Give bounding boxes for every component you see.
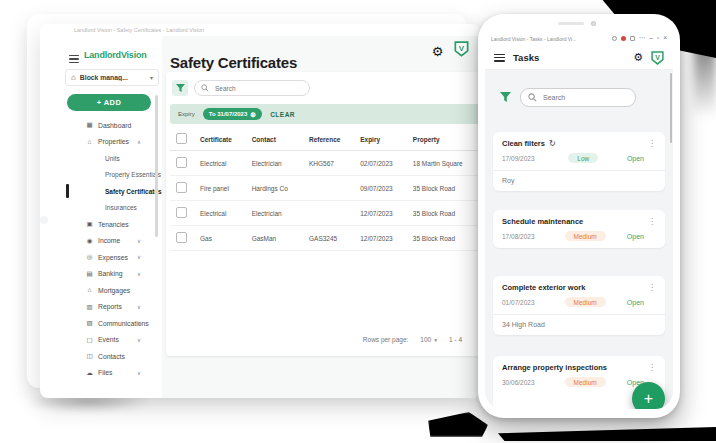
priority-badge: Medium (565, 297, 606, 307)
browser-extension-icon[interactable] (621, 36, 626, 41)
settings-gear-icon[interactable]: ⚙ (633, 52, 643, 63)
column-header: Contact (248, 128, 305, 151)
landlordvision-shield-icon[interactable]: V (454, 41, 469, 57)
contacts-icon: ◫ (85, 353, 94, 360)
calendar-icon: ▢ (85, 337, 94, 344)
kebab-menu-icon[interactable]: ⋮ (648, 364, 656, 372)
menu-icon[interactable] (69, 55, 79, 63)
task-title: Arrange property inspections (502, 363, 607, 372)
active-filter-bar: Expiry To 31/07/2023 ⊗ CLEAR (170, 104, 480, 124)
add-button[interactable]: + ADD (67, 94, 151, 111)
table-row[interactable]: Electrical Electrician KHG567 02/07/2023… (170, 151, 480, 176)
task-date: 01/07/2023 (502, 299, 554, 306)
bank-icon: ▤ (85, 271, 94, 278)
divider (493, 314, 665, 315)
sidebar-nav: ▦ Dashboard ⌂ Properties ∧ Units Propert… (40, 117, 162, 381)
phone-camera (591, 21, 596, 26)
filter-funnel-icon[interactable] (172, 80, 188, 96)
landlordvision-shield-icon[interactable]: V (651, 51, 664, 65)
sidebar-item-reports[interactable]: ▥ Reports ∨ (40, 299, 162, 316)
column-header: Certificate (196, 128, 248, 151)
table-row[interactable]: Fire panel Hardings Co 09/07/2023 35 Blo… (170, 176, 480, 201)
kebab-menu-icon[interactable]: ⋮ (648, 140, 656, 148)
sidebar-item-property-essentials[interactable]: Property Essentials (40, 167, 162, 184)
browser-extension-icon[interactable] (612, 36, 617, 41)
sidebar-item-files[interactable]: ☁ Files ∨ (40, 365, 162, 382)
sidebar-item-expenses[interactable]: ◎ Expenses ∨ (40, 249, 162, 266)
task-title: Complete exterior work (502, 283, 585, 292)
rows-per-page-select[interactable]: 100 ▾ (420, 336, 437, 343)
sidebar-item-units[interactable]: Units (40, 150, 162, 167)
filter-funnel-icon[interactable] (500, 92, 511, 103)
task-card[interactable]: Clean filters ↻ ⋮ 17/09/2023 Low Open Ro… (493, 132, 665, 191)
task-card[interactable]: Complete exterior work ⋮ 01/07/2023 Medi… (493, 276, 665, 335)
expiry-filter-chip[interactable]: To 31/07/2023 ⊗ (203, 108, 262, 120)
chevron-down-icon: ∨ (137, 271, 141, 277)
sidebar-item-safety-certificates[interactable]: Safety Certificates (40, 183, 162, 200)
menu-icon[interactable] (494, 54, 505, 62)
caret-down-icon: ▾ (150, 74, 153, 81)
table-row[interactable]: Gas GasMan GAS3245 12/07/2023 35 Block R… (170, 226, 480, 251)
sidebar-item-contacts[interactable]: ◫ Contacts (40, 348, 162, 365)
task-title: Schedule maintenance (502, 217, 583, 226)
phone-appbar: Tasks ⚙ V (485, 46, 673, 70)
sidebar-item-mortgages[interactable]: ⌂ Mortgages (40, 282, 162, 299)
maximize-icon[interactable]: ▫ (657, 35, 659, 42)
close-icon[interactable]: × (663, 35, 667, 42)
browser-tab-title: Landlord Vision - Safety Certificates - … (74, 27, 204, 33)
task-status[interactable]: Open (627, 299, 644, 306)
column-header: Reference (305, 128, 356, 151)
select-all-checkbox[interactable] (176, 133, 187, 144)
sidebar-item-banking[interactable]: ▤ Banking ∨ (40, 266, 162, 283)
task-date: 17/08/2023 (502, 233, 554, 240)
expenses-icon: ◎ (85, 254, 94, 261)
browser-extension-icon[interactable] (630, 36, 635, 41)
clear-filters-button[interactable]: CLEAR (270, 111, 295, 118)
kebab-menu-icon[interactable]: ⋮ (648, 284, 656, 292)
task-card[interactable]: Schedule maintenance ⋮ 17/08/2023 Medium… (493, 210, 665, 248)
svg-text:V: V (655, 53, 660, 60)
sidebar-item-income[interactable]: ◉ Income ∨ (40, 233, 162, 250)
chevron-down-icon: ∨ (137, 320, 141, 326)
sidebar-item-dashboard[interactable]: ▦ Dashboard (40, 117, 162, 134)
phone-scrollbar[interactable] (670, 73, 673, 143)
add-task-fab[interactable]: + (632, 382, 665, 409)
task-date: 30/06/2023 (502, 379, 554, 386)
sidebar-item-communications[interactable]: ▧ Communications ∨ (40, 315, 162, 332)
sidebar-item-insurances[interactable]: Insurances (40, 200, 162, 217)
task-property: 34 High Road (502, 321, 656, 328)
search-input[interactable] (194, 80, 310, 96)
more-icon[interactable]: ⋯ (639, 35, 646, 42)
remove-filter-icon[interactable]: ⊗ (250, 111, 256, 118)
sidebar-scrollbar[interactable] (155, 95, 158, 237)
sidebar-item-tenancies[interactable]: ▣ Tenancies (40, 216, 162, 233)
priority-badge: Low (568, 153, 598, 163)
task-status[interactable]: Open (627, 155, 644, 162)
sidebar-item-properties[interactable]: ⌂ Properties ∧ (40, 134, 162, 151)
row-checkbox[interactable] (176, 157, 187, 168)
search-field[interactable] (541, 93, 628, 102)
search-field[interactable] (213, 84, 303, 93)
chevron-down-icon: ∨ (137, 370, 141, 376)
chevron-down-icon: ∨ (137, 238, 141, 244)
row-checkbox[interactable] (176, 207, 187, 218)
certificates-table: Certificate Contact Reference Expiry Pro… (170, 128, 480, 251)
page-range: 1 - 4 (449, 336, 462, 343)
sidebar-item-events[interactable]: ▢ Events ∨ (40, 332, 162, 349)
row-checkbox[interactable] (176, 182, 187, 193)
kebab-menu-icon[interactable]: ⋮ (648, 218, 656, 226)
reports-icon: ▥ (85, 304, 94, 311)
row-checkbox[interactable] (176, 232, 187, 243)
minimize-icon[interactable]: – (649, 35, 653, 42)
settings-gear-icon[interactable]: ⚙ (430, 44, 445, 59)
task-status[interactable]: Open (627, 233, 644, 240)
search-input[interactable] (520, 88, 636, 107)
home-icon: ⌂ (85, 139, 94, 146)
table-row[interactable]: Electrical Electrician 12/07/2023 35 Blo… (170, 201, 480, 226)
phone-content: Clean filters ↻ ⋮ 17/09/2023 Low Open Ro… (485, 70, 673, 409)
priority-badge: Medium (565, 231, 606, 241)
recurring-icon: ↻ (549, 140, 556, 148)
communications-icon: ▧ (85, 320, 94, 327)
phone-side-shadow (694, 44, 716, 118)
portfolio-selector[interactable]: ⌂ Block manag... ▾ (65, 69, 159, 86)
